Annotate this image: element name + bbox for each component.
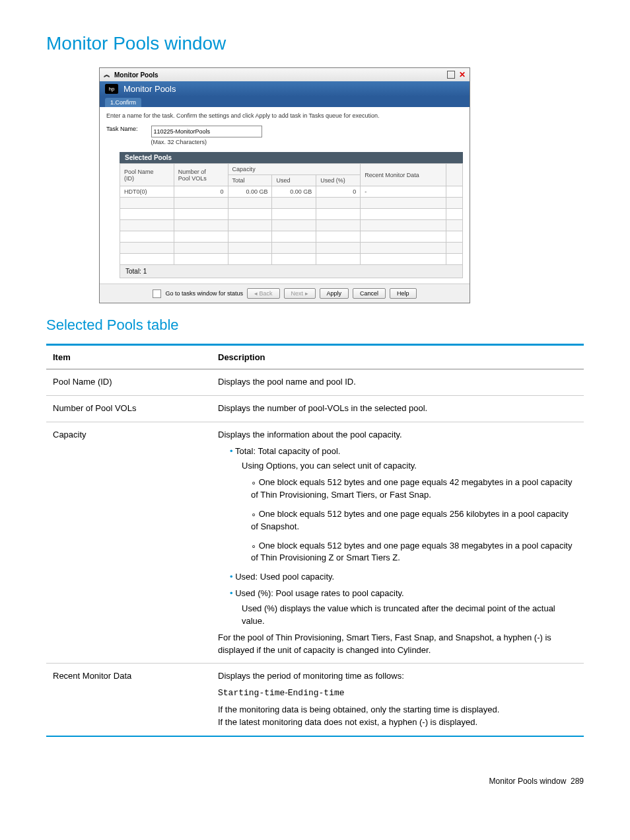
tab-confirm[interactable]: 1.Confirm (105, 98, 141, 107)
task-name-label: Task Name: (106, 126, 138, 132)
window-header-text: Monitor Pools (123, 84, 176, 94)
selected-pools-table: Pool Name (ID) Number of Pool VOLs Capac… (120, 163, 463, 265)
hp-logo-icon: hp (105, 84, 118, 94)
table-row (120, 254, 463, 265)
col-num-vols: Number of Pool VOLs (174, 164, 228, 186)
desc-row-capacity: Capacity Displays the information about … (46, 422, 584, 664)
window-titlebar: ︽ Monitor Pools ✕ (100, 68, 470, 81)
desc-row-pool-name: Pool Name (ID) Displays the pool name an… (46, 369, 584, 396)
table-total-footer: Total: 1 (120, 265, 463, 278)
max-characters-note: (Max. 32 Characters) (151, 139, 262, 145)
table-row (120, 220, 463, 231)
desc-col-item: Item (46, 345, 211, 369)
instruction-text: Enter a name for the task. Confirm the s… (106, 112, 463, 119)
table-row[interactable]: HDT0(0) 0 0.00 GB 0.00 GB 0 - (120, 186, 463, 198)
apply-button[interactable]: Apply (320, 288, 349, 299)
monitor-pools-window: ︽ Monitor Pools ✕ hp Monitor Pools 1.Con… (99, 67, 470, 303)
cancel-button[interactable]: Cancel (353, 288, 386, 299)
table-row (120, 243, 463, 254)
col-capacity: Capacity (228, 164, 361, 175)
col-used: Used (272, 175, 316, 186)
desc-row-num-vols: Number of Pool VOLs Displays the number … (46, 395, 584, 422)
go-to-tasks-checkbox[interactable] (153, 289, 161, 298)
help-button[interactable]: Help (390, 288, 417, 299)
next-button[interactable]: Next ▸ (284, 288, 316, 299)
selected-pools-header: Selected Pools (120, 152, 463, 163)
collapse-icon[interactable]: ︽ (104, 70, 110, 79)
description-table: Item Description Pool Name (ID) Displays… (46, 344, 584, 737)
page-title: Monitor Pools window (46, 33, 584, 54)
window-footer: Go to tasks window for status ◂ Back Nex… (100, 284, 470, 303)
back-button[interactable]: ◂ Back (247, 288, 280, 299)
col-pool-name: Pool Name (ID) (120, 164, 174, 186)
table-row (120, 198, 463, 209)
go-to-tasks-label: Go to tasks window for status (165, 290, 243, 297)
close-icon[interactable]: ✕ (459, 70, 466, 79)
col-used-pct: Used (%) (316, 175, 361, 186)
desc-col-description: Description (211, 345, 584, 369)
window-header: hp Monitor Pools (100, 81, 470, 96)
window-tabbar: 1.Confirm (100, 96, 470, 107)
table-row (120, 231, 463, 243)
page-footer: Monitor Pools window 289 (46, 777, 584, 786)
task-name-input[interactable] (151, 126, 262, 137)
col-recent: Recent Monitor Data (361, 164, 446, 186)
col-total: Total (228, 175, 272, 186)
table-row (120, 209, 463, 220)
maximize-icon[interactable] (447, 71, 455, 79)
section-selected-pools-table: Selected Pools table (46, 317, 584, 334)
desc-row-recent: Recent Monitor Data Displays the period … (46, 664, 584, 736)
titlebar-text: Monitor Pools (114, 71, 158, 79)
col-scroll-gutter (446, 164, 463, 186)
